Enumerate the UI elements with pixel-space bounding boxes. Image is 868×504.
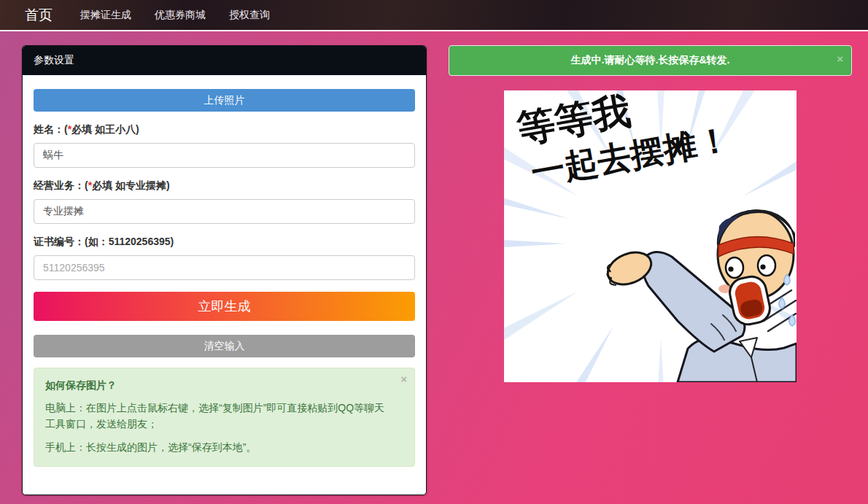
meme-image: 等等我 一起去摆摊！ (504, 90, 797, 382)
upload-photo-button[interactable]: 上传照片 (34, 89, 415, 112)
business-input[interactable] (34, 199, 415, 224)
save-help-alert: × 如何保存图片？ 电脑上：在图片上点击鼠标右键，选择“复制图片”即可直接粘贴到… (34, 368, 415, 467)
clear-input-button[interactable]: 清空输入 (34, 335, 415, 357)
nav-auth-query[interactable]: 授权查询 (222, 9, 277, 22)
close-icon[interactable]: × (837, 53, 843, 64)
generating-status-alert: 生成中.请耐心等待.长按保存&转发. × (449, 45, 852, 76)
close-icon[interactable]: × (400, 373, 407, 384)
help-title: 如何保存图片？ (45, 379, 394, 392)
result-column: 生成中.请耐心等待.长按保存&转发. × (449, 45, 852, 382)
top-navbar: 首页 摆摊证生成 优惠券商城 授权查询 (0, 0, 868, 31)
parameters-panel: 参数设置 上传照片 姓名：(*必填 如王小八) 经营业务：(*必填 如专业摆摊)… (22, 45, 427, 495)
certificate-number-label: 证书编号：(如：51120256395) (34, 236, 415, 249)
nav-certificate-generator[interactable]: 摆摊证生成 (73, 9, 139, 22)
generate-button[interactable]: 立即生成 (34, 292, 415, 321)
help-line-mobile: 手机上：长按生成的图片，选择“保存到本地”。 (45, 439, 394, 455)
help-line-pc: 电脑上：在图片上点击鼠标右键，选择“复制图片”即可直接粘贴到QQ等聊天工具窗口，… (45, 400, 394, 433)
nav-coupon-mall[interactable]: 优惠券商城 (147, 9, 213, 22)
generated-image[interactable]: 等等我 一起去摆摊！ (504, 90, 797, 382)
certificate-number-field-group: 证书编号：(如：51120256395) (34, 236, 415, 280)
status-text: 生成中.请耐心等待.长按保存&转发. (571, 54, 730, 66)
panel-body: 上传照片 姓名：(*必填 如王小八) 经营业务：(*必填 如专业摆摊) 证书编号… (23, 75, 426, 495)
main-content: 参数设置 上传照片 姓名：(*必填 如王小八) 经营业务：(*必填 如专业摆摊)… (0, 31, 868, 495)
nav-home[interactable]: 首页 (25, 6, 53, 25)
name-input[interactable] (34, 143, 415, 168)
business-field-group: 经营业务：(*必填 如专业摆摊) (34, 179, 415, 224)
certificate-number-input[interactable] (34, 255, 415, 280)
business-label: 经营业务：(*必填 如专业摆摊) (34, 179, 415, 193)
panel-title: 参数设置 (23, 46, 426, 75)
name-field-group: 姓名：(*必填 如王小八) (34, 123, 415, 168)
name-label: 姓名：(*必填 如王小八) (34, 123, 415, 136)
